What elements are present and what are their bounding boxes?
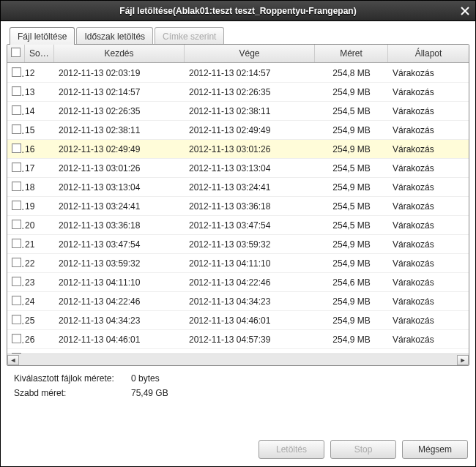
tab-by-label[interactable]: Címke szerint (155, 27, 224, 45)
cell-start: 2012-11-13 03:47:54 (54, 239, 185, 250)
cell-start: 2012-11-13 02:03:19 (54, 68, 185, 78)
scroll-left-button[interactable]: ◄ (7, 355, 19, 365)
cell-start: 2012-11-13 03:24:41 (54, 201, 185, 212)
close-icon (461, 7, 469, 15)
row-checkbox[interactable] (7, 296, 25, 307)
cell-status: Várakozás (388, 315, 469, 326)
checkbox-icon (12, 334, 21, 343)
cell-seq: 21 (25, 239, 54, 250)
grid-header: Sorszám Kezdés Vége Méret Állapot (7, 45, 469, 63)
tab-period-download[interactable]: Időszak letöltés (76, 27, 153, 45)
scroll-right-button[interactable]: ► (457, 355, 469, 365)
stop-button[interactable]: Stop (330, 440, 396, 459)
cell-end: 2012-11-13 02:49:49 (185, 125, 315, 135)
cell-status: Várakozás (388, 163, 469, 173)
table-row[interactable]: 252012-11-13 04:34:232012-11-13 04:46:01… (7, 311, 469, 330)
cell-size: 254,9 MB (315, 125, 388, 135)
table-row[interactable]: 212012-11-13 03:47:542012-11-13 03:59:32… (7, 235, 469, 254)
cell-end: 2012-11-13 04:11:10 (185, 258, 315, 269)
table-row[interactable]: 222012-11-13 03:59:322012-11-13 04:11:10… (7, 254, 469, 273)
cell-start: 2012-11-13 04:22:46 (54, 296, 185, 307)
grid-body[interactable]: 122012-11-13 02:03:192012-11-13 02:14:57… (7, 64, 469, 354)
column-header-checkbox[interactable] (7, 45, 25, 62)
cell-start: 2012-11-13 03:36:18 (54, 220, 185, 231)
row-checkbox[interactable] (7, 143, 25, 155)
cell-status: Várakozás (388, 296, 469, 307)
cell-seq: 13 (25, 87, 54, 97)
cell-size: 254,5 MB (315, 163, 388, 173)
selected-size-label: Kiválasztott fájlok mérete: (14, 373, 131, 384)
checkbox-icon (12, 296, 21, 305)
table-row[interactable]: 202012-11-13 03:36:182012-11-13 03:47:54… (7, 216, 469, 235)
row-checkbox[interactable] (7, 334, 25, 345)
table-row[interactable]: 162012-11-13 02:49:492012-11-13 03:01:26… (7, 140, 469, 159)
checkbox-icon (12, 86, 21, 96)
cell-size: 254,5 MB (315, 106, 388, 116)
table-row[interactable]: 152012-11-13 02:38:112012-11-13 02:49:49… (7, 121, 469, 140)
cell-seq: 15 (25, 125, 54, 135)
table-row[interactable]: 172012-11-13 03:01:262012-11-13 03:13:04… (7, 159, 469, 178)
titlebar: Fájl letöltése(Ablak01:teszt teszt_Roppe… (1, 1, 475, 21)
checkbox-icon (12, 220, 21, 229)
cell-status: Várakozás (388, 258, 469, 269)
content: Fájl letöltéseIdőszak letöltésCímke szer… (1, 21, 475, 466)
table-row[interactable]: 262012-11-13 04:46:012012-11-13 04:57:39… (7, 330, 469, 349)
row-checkbox[interactable] (7, 86, 25, 98)
cell-size: 254,9 MB (315, 182, 388, 193)
cell-start: 2012-11-13 02:14:57 (54, 87, 185, 97)
cell-size: 254,5 MB (315, 220, 388, 231)
table-row[interactable]: 232012-11-13 04:11:102012-11-13 04:22:46… (7, 273, 469, 292)
cell-size: 254,9 MB (315, 258, 388, 269)
download-button[interactable]: Letöltés (259, 440, 324, 459)
table-row[interactable]: 192012-11-13 03:24:412012-11-13 03:36:18… (7, 197, 469, 216)
row-checkbox[interactable] (7, 315, 25, 326)
table-row[interactable]: 132012-11-13 02:14:572012-11-13 02:26:35… (7, 83, 469, 102)
scroll-track[interactable] (19, 355, 457, 365)
row-checkbox[interactable] (7, 67, 25, 79)
table-row[interactable]: 142012-11-13 02:26:352012-11-13 02:38:11… (7, 102, 469, 121)
row-checkbox[interactable] (7, 239, 25, 250)
cell-status: Várakozás (388, 220, 469, 231)
footer: Kiválasztott fájlok mérete: 0 bytes Szab… (7, 366, 469, 398)
column-header-seq[interactable]: Sorszám (25, 45, 54, 62)
checkbox-icon (12, 277, 21, 286)
checkbox-icon (12, 124, 21, 134)
cell-size: 254,9 MB (315, 335, 388, 345)
cell-size: 254,8 MB (315, 68, 388, 78)
cell-size: 254,5 MB (315, 201, 388, 212)
table-row[interactable]: 122012-11-13 02:03:192012-11-13 02:14:57… (7, 64, 469, 83)
row-checkbox[interactable] (7, 124, 25, 136)
table-row[interactable]: 182012-11-13 03:13:042012-11-13 03:24:41… (7, 178, 469, 197)
table-row[interactable]: 242012-11-13 04:22:462012-11-13 04:34:23… (7, 292, 469, 311)
tab-file-download[interactable]: Fájl letöltése (10, 27, 75, 45)
cell-start: 2012-11-13 02:38:11 (54, 125, 185, 135)
column-header-end[interactable]: Vége (185, 45, 315, 62)
row-checkbox[interactable] (7, 105, 25, 117)
checkbox-icon (11, 48, 21, 57)
cell-end: 2012-11-13 04:46:01 (185, 315, 315, 326)
row-checkbox[interactable] (7, 277, 25, 288)
cell-size: 254,9 MB (315, 239, 388, 250)
cell-seq: 17 (25, 163, 54, 173)
column-header-status[interactable]: Állapot (388, 45, 469, 62)
horizontal-scrollbar[interactable]: ◄ ► (7, 354, 469, 365)
cell-status: Várakozás (388, 125, 469, 135)
cell-end: 2012-11-13 02:26:35 (185, 87, 315, 97)
row-checkbox[interactable] (7, 258, 25, 269)
cancel-button[interactable]: Mégsem (402, 440, 468, 459)
row-checkbox[interactable] (7, 182, 25, 193)
row-checkbox[interactable] (7, 201, 25, 212)
cell-status: Várakozás (388, 87, 469, 97)
row-checkbox[interactable] (7, 162, 25, 174)
cell-seq: 25 (25, 315, 54, 326)
tabs: Fájl letöltéseIdőszak letöltésCímke szer… (7, 27, 469, 45)
cell-start: 2012-11-13 04:46:01 (54, 335, 185, 345)
cell-end: 2012-11-13 04:57:39 (185, 335, 315, 345)
cell-seq: 18 (25, 182, 54, 193)
cell-start: 2012-11-13 04:11:10 (54, 277, 185, 288)
column-header-size[interactable]: Méret (315, 45, 388, 62)
row-checkbox[interactable] (7, 220, 25, 231)
cell-seq: 20 (25, 220, 54, 231)
close-button[interactable] (458, 4, 472, 18)
column-header-start[interactable]: Kezdés (54, 45, 185, 62)
